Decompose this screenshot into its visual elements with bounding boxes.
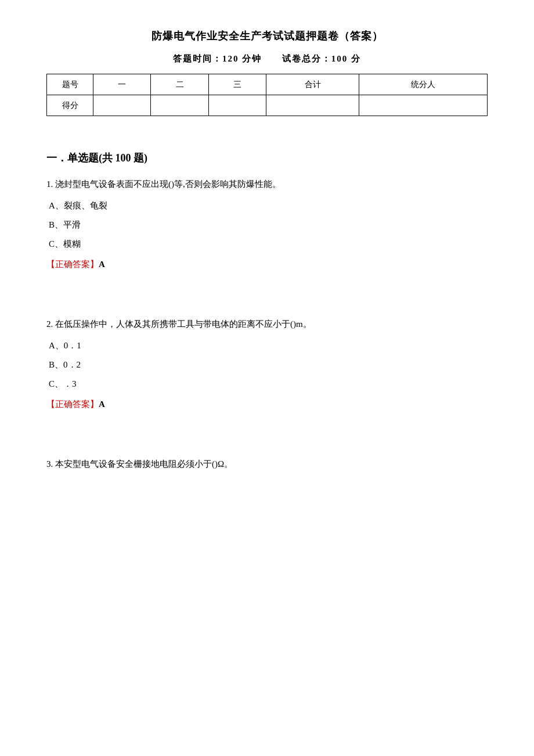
question-2-option-b: B、0．2 — [46, 357, 488, 373]
score-total — [266, 95, 359, 116]
col-header-1: 一 — [93, 74, 151, 95]
question-2: 2. 在低压操作中，人体及其所携带工具与带电体的距离不应小于()m。 A、0．1… — [46, 316, 488, 410]
question-1-text: 1. 浇封型电气设备表面不应出现()等,否则会影响其防爆性能。 — [46, 177, 488, 192]
table-header-row: 题号 一 二 三 合计 统分人 — [47, 74, 488, 95]
question-2-option-a: A、0．1 — [46, 338, 488, 354]
question-1-option-b: B、平滑 — [46, 217, 488, 233]
question-2-option-c: C、．3 — [46, 376, 488, 392]
table-score-row: 得分 — [47, 95, 488, 116]
question-2-content: 在低压操作中，人体及其所携带工具与带电体的距离不应小于()m。 — [55, 319, 312, 329]
col-header-scorer: 统分人 — [359, 74, 488, 95]
question-1-answer: 【正确答案】A — [46, 259, 488, 270]
question-3: 3. 本安型电气设备安全栅接地电阻必须小于()Ω。 — [46, 456, 488, 472]
exam-time-label: 答题时间：120 分钟 — [173, 54, 262, 63]
section1-title: 一．单选题(共 100 题) — [46, 151, 488, 165]
question-1: 1. 浇封型电气设备表面不应出现()等,否则会影响其防爆性能。 A、裂痕、龟裂 … — [46, 177, 488, 270]
score-label: 得分 — [47, 95, 93, 116]
question-1-answer-prefix: 【正确答案】 — [46, 260, 99, 269]
question-2-answer: 【正确答案】A — [46, 399, 488, 410]
score-2 — [151, 95, 208, 116]
col-header-tihao: 题号 — [47, 74, 93, 95]
col-header-3: 三 — [208, 74, 266, 95]
question-3-content: 本安型电气设备安全栅接地电阻必须小于()Ω。 — [55, 459, 233, 469]
score-table: 题号 一 二 三 合计 统分人 得分 — [46, 74, 488, 116]
exam-score-label: 试卷总分：100 分 — [282, 54, 361, 63]
col-header-2: 二 — [151, 74, 208, 95]
question-2-text: 2. 在低压操作中，人体及其所携带工具与带电体的距离不应小于()m。 — [46, 316, 488, 332]
score-3 — [208, 95, 266, 116]
question-3-text: 3. 本安型电气设备安全栅接地电阻必须小于()Ω。 — [46, 456, 488, 472]
exam-info: 答题时间：120 分钟 试卷总分：100 分 — [46, 53, 488, 64]
question-2-answer-letter: A — [99, 399, 105, 409]
page-title: 防爆电气作业安全生产考试试题押题卷（答案） — [46, 29, 488, 43]
col-header-total: 合计 — [266, 74, 359, 95]
question-1-option-c: C、模糊 — [46, 236, 488, 252]
question-1-option-a: A、裂痕、龟裂 — [46, 198, 488, 214]
question-1-answer-letter: A — [99, 260, 105, 269]
question-1-content: 浇封型电气设备表面不应出现()等,否则会影响其防爆性能。 — [55, 179, 281, 189]
score-scorer — [359, 95, 488, 116]
question-2-answer-prefix: 【正确答案】 — [46, 399, 99, 409]
score-1 — [93, 95, 151, 116]
